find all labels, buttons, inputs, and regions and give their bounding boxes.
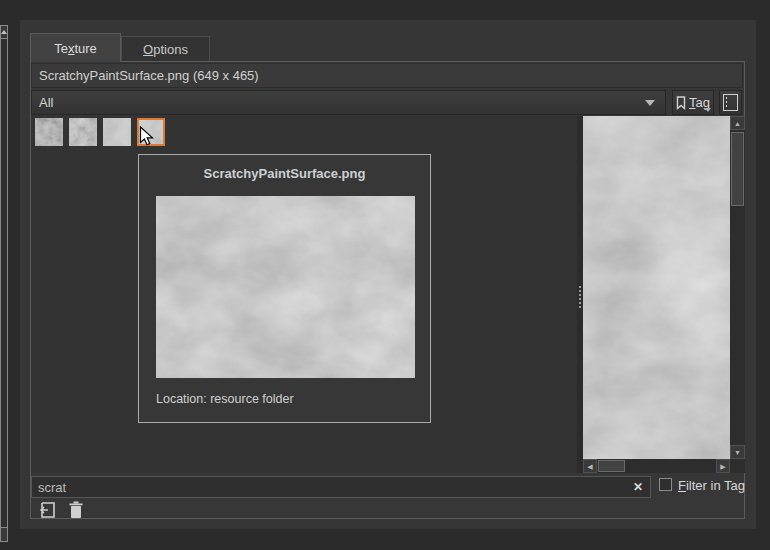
delete-resource-button[interactable] bbox=[66, 500, 86, 519]
filter-in-tag-label[interactable]: Filter in Tag bbox=[678, 478, 745, 493]
scroll-down-icon: ▼ bbox=[734, 449, 741, 456]
preview-vertical-scrollbar[interactable]: ▲ ▼ bbox=[730, 116, 745, 459]
preview-horizontal-scrollbar[interactable]: ◀ ▶ bbox=[583, 459, 730, 473]
left-edge-scroll-up-button[interactable] bbox=[0, 25, 8, 39]
filter-in-tag-checkbox[interactable] bbox=[659, 478, 672, 491]
bookmark-icon bbox=[676, 96, 686, 110]
texture-thumbnail-3[interactable] bbox=[103, 118, 131, 146]
scroll-left-button[interactable]: ◀ bbox=[583, 459, 597, 473]
tab-texture[interactable]: Texture bbox=[30, 33, 121, 62]
mouse-cursor bbox=[139, 126, 154, 150]
tab-options[interactable]: Options bbox=[121, 36, 210, 61]
krita-texture-docker: { "tabs": { "texture": { "pre": "Te", "m… bbox=[0, 0, 770, 550]
horizontal-scroll-thumb[interactable] bbox=[598, 460, 625, 472]
import-resource-icon bbox=[38, 501, 57, 519]
left-edge-scrollbar-fragment[interactable] bbox=[0, 25, 8, 530]
display-settings-icon bbox=[723, 94, 738, 111]
scroll-right-button[interactable]: ▶ bbox=[716, 459, 730, 473]
tab-options-label: Options bbox=[143, 42, 188, 57]
scroll-left-icon: ◀ bbox=[587, 463, 592, 470]
tab-texture-label: Texture bbox=[54, 41, 97, 56]
search-input[interactable] bbox=[32, 477, 650, 497]
texture-preview-image[interactable] bbox=[583, 116, 730, 459]
resource-tooltip: ScratchyPaintSurface.png Location: resou… bbox=[138, 154, 431, 423]
texture-thumbnail-1[interactable] bbox=[35, 118, 63, 146]
texture-preview-pane: ▲ ▼ ◀ ▶ bbox=[583, 116, 745, 473]
resource-search-field[interactable]: ✕ bbox=[31, 476, 651, 498]
scroll-up-icon: ▲ bbox=[734, 120, 741, 127]
tooltip-location-text: Location: resource folder bbox=[156, 392, 294, 406]
current-resource-label: ScratchyPaintSurface.png (649 x 465) bbox=[31, 63, 743, 88]
arrow-cursor-icon bbox=[139, 126, 154, 147]
scroll-right-icon: ▶ bbox=[720, 463, 725, 470]
display-settings-button[interactable] bbox=[719, 90, 742, 115]
tooltip-title: ScratchyPaintSurface.png bbox=[139, 166, 430, 181]
scroll-up-button[interactable]: ▲ bbox=[730, 116, 745, 130]
tooltip-preview-image bbox=[156, 196, 415, 378]
scroll-up-icon bbox=[1, 30, 7, 34]
left-edge-scroll-down-button[interactable] bbox=[0, 527, 8, 542]
tag-button[interactable]: Tag bbox=[672, 90, 714, 115]
tag-dropdown-arrow-icon bbox=[705, 108, 711, 112]
splitter-handle-dots bbox=[579, 286, 581, 308]
scroll-down-button[interactable]: ▼ bbox=[730, 445, 745, 459]
vertical-scroll-thumb[interactable] bbox=[731, 132, 744, 206]
tag-filter-combobox[interactable]: All bbox=[31, 90, 666, 115]
tag-filter-value: All bbox=[39, 95, 53, 110]
import-resource-button[interactable] bbox=[37, 500, 57, 519]
current-resource-text: ScratchyPaintSurface.png (649 x 465) bbox=[39, 68, 259, 83]
clear-search-icon[interactable]: ✕ bbox=[630, 479, 646, 495]
texture-thumbnail-2[interactable] bbox=[69, 118, 97, 146]
trash-icon bbox=[68, 501, 84, 519]
chevron-down-icon bbox=[645, 100, 655, 106]
